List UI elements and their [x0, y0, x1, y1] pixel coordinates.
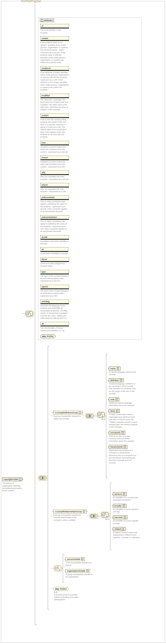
- concept-definition-group[interactable]: ConceptDefinitionGroup −: [54, 411, 83, 414]
- choice-connector: −: [97, 412, 105, 418]
- attr-id[interactable]: id: [40, 24, 69, 28]
- attr-desc: Why the metadata has been included - exp…: [40, 176, 69, 180]
- attr-typeuri[interactable]: typeuri: [40, 285, 69, 289]
- attr-desc: Specifies the language of this property …: [40, 305, 69, 320]
- elem-desc: An identifier of a concept with equivale…: [113, 496, 142, 502]
- attr-modified[interactable]: modified: [40, 94, 69, 98]
- expand-icon[interactable]: +: [116, 398, 118, 400]
- attr-desc: Why the metadata has been included - exp…: [40, 188, 69, 193]
- elem-desc: A natural language definition of the sem…: [109, 383, 138, 395]
- attr-uri[interactable]: uri: [40, 248, 68, 252]
- elem-persondetails[interactable]: personDetails+: [66, 557, 85, 561]
- elem-desc: A link to an item or a web resource whic…: [109, 435, 138, 442]
- collapse-icon[interactable]: −: [91, 515, 93, 517]
- sequence-connector: −: [38, 476, 47, 480]
- expand-icon[interactable]: +: [120, 379, 122, 381]
- elem-note[interactable]: note+: [109, 398, 119, 402]
- branch-cdg: ConceptDefinitionGroup − A group of prop…: [51, 354, 138, 478]
- expand-icon[interactable]: +: [124, 516, 126, 518]
- collapse-icon[interactable]: −: [102, 514, 105, 516]
- elem-desc: In NAR 1.8 and later, facet is deprecate…: [109, 413, 138, 428]
- concept-relationships-group[interactable]: ConceptRelationshipsGroup −: [54, 510, 86, 514]
- attr-any-other[interactable]: any ##other: [40, 334, 55, 338]
- expand-icon[interactable]: +: [123, 504, 125, 507]
- expand-icon[interactable]: +: [123, 493, 125, 495]
- group-desc: A group of properties required to define…: [54, 415, 82, 420]
- expand-icon[interactable]: +: [124, 446, 126, 448]
- elem-desc: A group of properties specific to an org…: [66, 573, 94, 578]
- occurs-label: 0..∞: [101, 518, 109, 520]
- elem-remoteinfo[interactable]: remoteInfo+: [109, 431, 125, 435]
- elem-desc: A set of properties specific to a person: [66, 562, 94, 567]
- attr-desc: A URI which identifies a concept.: [40, 252, 68, 255]
- group-desc: A group of properties required to indica…: [54, 514, 82, 522]
- attributes-header[interactable]: − attributes: [40, 19, 54, 22]
- expand-icon[interactable]: +: [122, 432, 124, 434]
- expand-icon[interactable]: +: [81, 558, 83, 560]
- attr-desc: The local identifier of the property.: [40, 29, 69, 34]
- collapse-icon[interactable]: −: [79, 412, 81, 414]
- occurs-label: 0..∞: [54, 591, 58, 593]
- elem-hierarchyinfo[interactable]: hierarchyInfo+: [109, 445, 127, 449]
- elem-sameas[interactable]: sameAs+: [113, 492, 127, 496]
- sequence-connector: −: [85, 413, 94, 418]
- attr-xmllang[interactable]: xml:lang: [40, 300, 69, 304]
- attr-literal[interactable]: literal: [40, 258, 69, 262]
- attr-desc: If set to true the corresponding propert…: [40, 118, 69, 138]
- attr-desc: If the attribute is empty, specifies whi…: [40, 71, 69, 91]
- elem-broader[interactable]: broader+: [113, 504, 126, 508]
- attr-creatoruri[interactable]: creatoruri: [40, 66, 69, 71]
- expand-icon[interactable]: +: [122, 528, 124, 530]
- attr-pubconstrainturi[interactable]: pubconstrainturi: [40, 215, 69, 220]
- root-label: copyrightHolder: [3, 478, 18, 480]
- choice-connector: −: [101, 512, 109, 518]
- elem-definition[interactable]: definition+: [109, 378, 123, 382]
- sequence-connector: −: [89, 514, 98, 518]
- diagram-root: FlexPartyPropType copyrightHolder − The …: [1, 1, 165, 643]
- root-element-box[interactable]: copyrightHolder −: [2, 477, 22, 481]
- attr-howuri[interactable]: howuri: [40, 156, 69, 160]
- choice-connector: −: [25, 310, 33, 317]
- collapse-icon[interactable]: −: [19, 478, 21, 480]
- attr-desc: One or many constraints that apply to pu…: [40, 220, 69, 233]
- collapse-icon[interactable]: −: [55, 567, 57, 569]
- collapse-icon[interactable]: −: [87, 415, 89, 417]
- elem-narrower[interactable]: narrower+: [113, 516, 128, 519]
- attr-dir[interactable]: dir: [40, 322, 69, 326]
- attr-desc: Indicates by which means the value was e…: [40, 146, 69, 153]
- branch-sequence: − ConceptDefinitionGroup −: [38, 346, 142, 610]
- header-collapse-icon[interactable]: −: [41, 20, 43, 22]
- collapse-icon[interactable]: −: [40, 477, 42, 479]
- branch-person-org-choice: − personDetails+A set of properties spec…: [51, 554, 94, 583]
- collapse-icon[interactable]: −: [27, 312, 29, 315]
- elem-any-other[interactable]: any ##other: [54, 587, 69, 591]
- attr-why[interactable]: why: [40, 170, 69, 175]
- elem-desc: An identifier of a more generic concept.: [113, 508, 142, 513]
- elem-organisationdetails[interactable]: organisationDetails+: [66, 569, 90, 573]
- branch-any-other: any ##other 0..∞ Extension point for pro…: [51, 587, 83, 601]
- branch-crg: ConceptRelationshipsGroup − A group of p…: [51, 482, 142, 550]
- attr-desc: The type of the concept assigned as cont…: [40, 275, 69, 282]
- attr-custom[interactable]: custom: [40, 114, 69, 118]
- expand-icon[interactable]: +: [116, 410, 118, 412]
- elem-desc: Extension point for provider-defined pro…: [54, 594, 83, 601]
- elem-facet[interactable]: facet+: [109, 409, 120, 413]
- attr-desc: One or many constraints that apply to pu…: [40, 200, 69, 213]
- expand-icon[interactable]: +: [86, 570, 89, 572]
- elem-related[interactable]: related+: [113, 527, 126, 531]
- choice-connector: −: [54, 565, 62, 572]
- attr-how[interactable]: how: [40, 141, 69, 145]
- collapse-icon[interactable]: −: [83, 510, 85, 512]
- elem-desc: A natural language name for the concept.: [109, 371, 138, 376]
- attr-type[interactable]: type: [40, 270, 69, 274]
- expand-icon[interactable]: +: [117, 368, 119, 370]
- attr-creator[interactable]: creator: [40, 36, 69, 41]
- elem-name[interactable]: name+: [109, 367, 120, 370]
- attr-desc: The directionality of textual content (e…: [40, 327, 69, 332]
- root-desc: The person or organisation claiming the …: [2, 482, 22, 492]
- attr-qcode[interactable]: qcode: [40, 235, 69, 240]
- attr-desc: The type of the concept assigned as cont…: [40, 290, 69, 297]
- attr-pubconstraint[interactable]: pubconstraint: [40, 196, 69, 200]
- attr-whyuri[interactable]: whyuri: [40, 183, 69, 188]
- collapse-icon[interactable]: −: [98, 414, 100, 416]
